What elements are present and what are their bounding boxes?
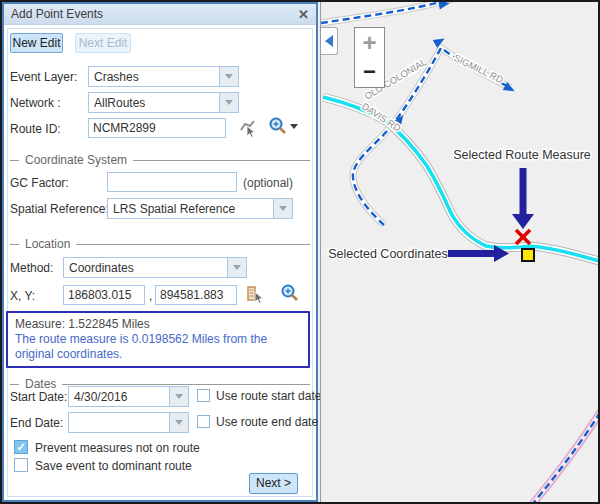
spatial-reference-value: LRS Spatial Reference (108, 199, 273, 218)
use-route-start-date-checkbox[interactable]: ✓ (197, 389, 210, 402)
prevent-measures-label: Prevent measures not on route (35, 441, 200, 455)
gc-factor-input[interactable] (107, 172, 237, 192)
network-dropdown[interactable]: AllRoutes (88, 92, 239, 113)
map-view[interactable]: DAVIS RD OLD COLONIAL SIGMILL RD Selecte… (320, 2, 600, 502)
start-date-value: 4/30/2016 (69, 387, 169, 406)
use-route-end-date-checkbox[interactable]: ✓ (197, 415, 210, 428)
event-layer-label: Event Layer: (10, 70, 77, 84)
end-date-dropdown[interactable] (68, 412, 189, 433)
location-header: Location (10, 237, 310, 251)
coordinate-system-header: Coordinate System (10, 153, 310, 167)
zoom-to-route-icon[interactable] (268, 116, 288, 136)
route-id-input[interactable] (88, 118, 226, 138)
chevron-down-icon[interactable] (169, 387, 188, 406)
route-id-label: Route ID: (10, 122, 61, 136)
event-layer-dropdown[interactable]: Crashes (88, 66, 239, 87)
gc-factor-optional-hint: (optional) (243, 176, 293, 190)
method-value: Coordinates (64, 258, 227, 277)
start-date-label: Start Date: (10, 390, 67, 404)
add-point-events-panel: Add Point Events ✕ New Edit Next Edit Ev… (2, 2, 318, 502)
selected-route-line (323, 97, 600, 262)
chevron-down-icon[interactable] (219, 93, 238, 112)
measure-value-text: Measure: 1.522845 Miles (15, 317, 301, 332)
dominant-route-label: Save event to dominant route (35, 459, 192, 473)
pick-coordinates-icon[interactable] (245, 284, 265, 304)
collapse-panel-button[interactable] (321, 27, 338, 55)
end-date-value (69, 413, 169, 432)
spatial-reference-dropdown[interactable]: LRS Spatial Reference (107, 198, 293, 219)
annotation-coordinates-text: Selected Coordinates (328, 247, 448, 261)
annotation-route-measure-text: Selected Route Measure (453, 148, 591, 162)
road-label-hill: SIGMILL RD (452, 52, 505, 85)
road-casing (323, 97, 600, 262)
select-route-on-map-icon[interactable] (238, 118, 258, 138)
zoom-to-coordinates-icon[interactable] (280, 283, 300, 303)
end-date-label: End Date: (10, 416, 63, 430)
use-route-end-date-label: Use route end date (216, 415, 318, 429)
zoom-out-button[interactable]: − (354, 57, 385, 88)
route-measure-marker-x (516, 230, 530, 244)
gc-factor-label: GC Factor: (10, 176, 69, 190)
chevron-down-icon[interactable] (273, 199, 292, 218)
zoom-options-caret-icon[interactable] (290, 124, 298, 129)
panel-title: Add Point Events (11, 7, 103, 21)
spatial-reference-label: Spatial Reference: (10, 202, 109, 216)
network-label: Network : (10, 96, 61, 110)
xy-separator: , (149, 289, 152, 303)
collapse-arrow-icon (325, 35, 333, 47)
use-route-start-date-label: Use route start date (216, 389, 321, 403)
x-coordinate-input[interactable] (63, 285, 145, 305)
method-label: Method: (10, 261, 53, 275)
zoom-in-button[interactable]: + (354, 27, 385, 58)
chevron-down-icon[interactable] (219, 67, 238, 86)
dominant-route-checkbox[interactable]: ✓ (14, 458, 28, 472)
measure-note-text: The route measure is 0.0198562 Miles fro… (15, 332, 301, 362)
dominant-road-casing (531, 408, 600, 502)
measure-result-box: Measure: 1.522845 Miles The route measur… (6, 311, 310, 368)
close-icon[interactable]: ✕ (298, 8, 309, 21)
route-direction-arrow-icon (438, 2, 450, 9)
down-arrow-icon (512, 168, 534, 229)
next-button[interactable]: Next > (249, 473, 298, 494)
event-layer-value: Crashes (89, 67, 219, 86)
new-edit-button[interactable]: New Edit (10, 33, 63, 53)
y-coordinate-input[interactable] (155, 285, 237, 305)
prevent-measures-checkbox[interactable]: ✓ (14, 440, 28, 454)
next-edit-button[interactable]: Next Edit (75, 33, 131, 53)
panel-titlebar: Add Point Events ✕ (4, 4, 316, 25)
chevron-down-icon[interactable] (227, 258, 246, 277)
coordinates-marker-square (522, 249, 534, 261)
network-value: AllRoutes (89, 93, 219, 112)
chevron-down-icon[interactable] (169, 413, 188, 432)
application-window: Add Point Events ✕ New Edit Next Edit Ev… (0, 0, 600, 504)
method-dropdown[interactable]: Coordinates (63, 257, 247, 278)
start-date-dropdown[interactable]: 4/30/2016 (68, 386, 189, 407)
xy-label: X, Y: (10, 289, 35, 303)
